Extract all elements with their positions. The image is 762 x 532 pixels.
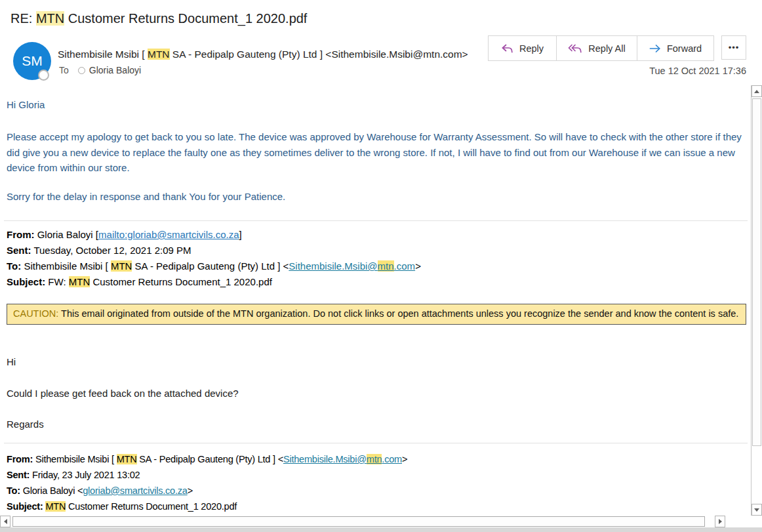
- message-timestamp: Tue 12 Oct 2021 17:36: [649, 66, 746, 76]
- from-label: From:: [7, 229, 35, 240]
- subject-label: Subject:: [7, 276, 45, 287]
- scroll-up-button[interactable]: [752, 85, 762, 97]
- sender-name[interactable]: Sithembisile Msibi [ MTN SA - Pedipalp G…: [58, 49, 484, 60]
- quoted-header-2: From: Sithembisile Msibi [ MTN SA - Pedi…: [7, 451, 407, 514]
- subject-rest: Customer Returns Document_1 2020.pdf: [64, 11, 307, 26]
- sender-suffix: SA - Pedipalp Gauteng (Pty) Ltd ] <Sithe…: [170, 49, 468, 60]
- sender-prefix: Sithembisile Msibi [: [58, 49, 148, 60]
- email-address-link[interactable]: Sithembisile.Msibi@mtn.com: [283, 454, 402, 464]
- body-paragraph: Please accept my apology to get back to …: [7, 129, 744, 176]
- horizontal-scrollbar-thumb[interactable]: [12, 516, 705, 527]
- scroll-left-button[interactable]: [0, 516, 10, 527]
- caution-label: CAUTION:: [13, 308, 58, 319]
- quoted1-subject-line: Subject: FW: MTN Customer Returns Docume…: [7, 274, 421, 290]
- reply-all-arrow-icon: [568, 44, 582, 53]
- highlight-mtn: mtn: [378, 260, 394, 272]
- quoted2-sent-line: Sent: Friday, 23 July 2021 13:02: [7, 467, 407, 483]
- scroll-right-icon: [719, 519, 722, 524]
- reply-button-label: Reply: [519, 43, 544, 54]
- reply-arrow-icon: [501, 44, 513, 53]
- highlight-mtn: MTN: [45, 501, 66, 512]
- presence-badge-icon: [38, 70, 49, 81]
- horizontal-scrollbar[interactable]: [0, 516, 748, 527]
- subject-prefix: RE:: [10, 11, 36, 26]
- scroll-up-icon: [754, 90, 759, 93]
- body-greeting: Hi Gloria: [7, 99, 45, 110]
- reply-all-button-label: Reply All: [588, 43, 625, 54]
- quoted2-from-line: From: Sithembisile Msibi [ MTN SA - Pedi…: [7, 451, 407, 467]
- quoted2-subject-line: Subject: MTN Customer Returns Document_1…: [7, 499, 407, 514]
- highlight-mtn: mtn: [367, 454, 382, 464]
- mailto-link[interactable]: mailto:gloriab@smartcivils.co.za: [98, 229, 239, 240]
- quoted2-to-line: To: Gloria Baloyi <gloriab@smartcivils.c…: [7, 483, 407, 499]
- email-address-link[interactable]: Sithembisile.Msibi@mtn.com: [289, 260, 415, 272]
- from-label: From:: [7, 454, 33, 464]
- subject-highlight-mtn: MTN: [36, 11, 64, 26]
- quoted-message-divider: [4, 443, 748, 443]
- window-bottom-edge: [0, 527, 762, 532]
- highlight-mtn: MTN: [117, 454, 137, 464]
- quoted1-to-line: To: Sithembisile Msibi [ MTN SA - Pedipa…: [7, 258, 421, 274]
- email-reading-pane: RE: MTN Customer Returns Document_1 2020…: [0, 0, 762, 532]
- subject-label: Subject:: [7, 501, 43, 512]
- recipient-line: To Gloria Baloyi: [59, 65, 141, 75]
- scroll-left-icon: [4, 519, 7, 524]
- email-address-link[interactable]: gloriab@smartcivils.co.za: [83, 485, 187, 496]
- vertical-scrollbar[interactable]: [751, 85, 762, 516]
- quoted1-sent-line: Sent: Tuesday, October 12, 2021 2:09 PM: [7, 243, 421, 258]
- quoted-body-question: Could I please get feed back on the atta…: [7, 388, 239, 399]
- vertical-scrollbar-thumb[interactable]: [752, 98, 761, 446]
- quoted-header-1: From: Gloria Baloyi [mailto:gloriab@smar…: [7, 227, 421, 290]
- sender-highlight-mtn: MTN: [148, 49, 170, 60]
- message-action-bar: Reply Reply All Forward: [488, 35, 714, 61]
- quoted-body-greeting: Hi: [7, 356, 16, 367]
- reply-all-button[interactable]: Reply All: [556, 36, 637, 60]
- to-label: To:: [7, 260, 21, 272]
- quoted-message-divider: [4, 220, 748, 221]
- sent-label: Sent:: [7, 245, 31, 256]
- forward-button-label: Forward: [667, 43, 702, 54]
- ellipsis-icon: •••: [729, 43, 740, 52]
- recipient-name[interactable]: Gloria Baloyi: [89, 65, 141, 75]
- avatar-initials: SM: [22, 53, 43, 69]
- forward-button[interactable]: Forward: [637, 36, 713, 60]
- scroll-right-button[interactable]: [715, 516, 725, 527]
- scroll-down-button[interactable]: [752, 504, 762, 516]
- to-label: To: [59, 65, 69, 75]
- email-subject: RE: MTN Customer Returns Document_1 2020…: [10, 11, 307, 26]
- body-closing: Sorry for the delay in response and than…: [7, 191, 285, 202]
- highlight-mtn: MTN: [111, 260, 132, 272]
- quoted1-from-line: From: Gloria Baloyi [mailto:gloriab@smar…: [7, 227, 421, 243]
- more-actions-button[interactable]: •••: [721, 35, 746, 60]
- highlight-mtn: MTN: [69, 276, 90, 287]
- sent-label: Sent:: [7, 470, 30, 480]
- presence-circle-icon: [78, 67, 85, 74]
- reply-button[interactable]: Reply: [489, 36, 556, 60]
- quoted-body-regards: Regards: [7, 419, 44, 430]
- forward-arrow-icon: [649, 44, 661, 53]
- caution-text: This email originated from outside of th…: [58, 308, 738, 319]
- external-sender-caution-banner: CAUTION: This email originated from outs…: [7, 304, 746, 325]
- to-label: To:: [7, 485, 20, 496]
- scroll-down-icon: [754, 508, 759, 512]
